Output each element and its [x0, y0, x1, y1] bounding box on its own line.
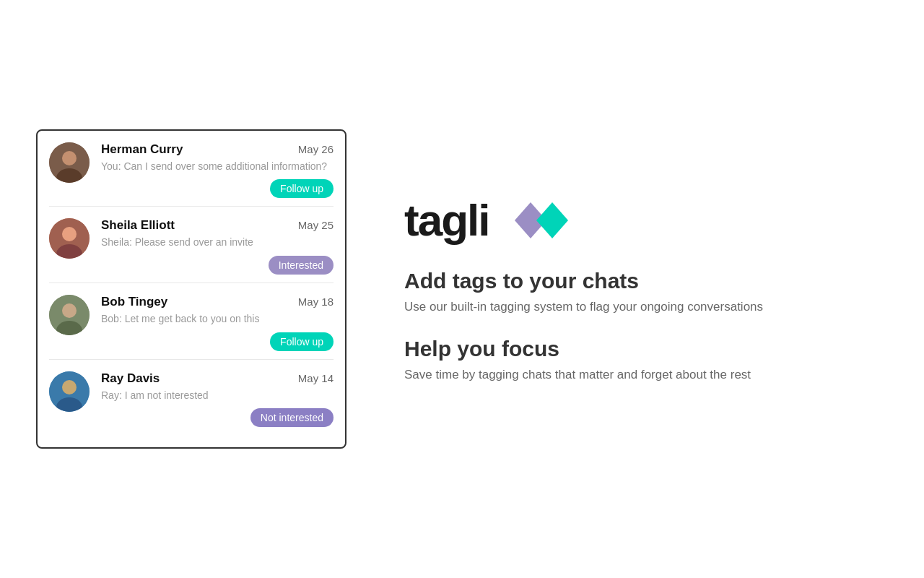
contact-name: Bob Tingey: [101, 295, 167, 309]
chat-tag-followup[interactable]: Follow up: [270, 179, 334, 198]
feature-title: Help you focus: [404, 337, 888, 361]
feature-help-focus: Help you focus Save time by tagging chat…: [404, 337, 888, 384]
avatar: [49, 295, 90, 335]
chat-tag-interested[interactable]: Interested: [269, 256, 334, 275]
chat-tag-followup[interactable]: Follow up: [270, 332, 334, 351]
chat-preview: You: Can I send over some additional inf…: [101, 160, 334, 174]
chat-tag-not-interested[interactable]: Not interested: [250, 408, 334, 427]
chat-item[interactable]: Herman Curry May 26 You: Can I send over…: [38, 131, 345, 207]
chat-header: Herman Curry May 26: [101, 142, 334, 157]
svg-point-4: [62, 227, 77, 241]
chat-date: May 18: [298, 296, 334, 308]
chat-item[interactable]: Ray Davis May 14 Ray: I am not intereste…: [38, 360, 345, 448]
contact-name: Ray Davis: [101, 371, 160, 386]
chat-item[interactable]: Bob Tingey May 18 Bob: Let me get back t…: [38, 283, 345, 360]
contact-name: Herman Curry: [101, 142, 183, 157]
chat-date: May 25: [298, 219, 334, 231]
chat-date: May 26: [298, 143, 334, 155]
avatar: [49, 371, 90, 412]
chat-header: Ray Davis May 14: [101, 371, 334, 386]
chat-preview: Bob: Let me get back to you on this: [101, 312, 334, 327]
avatar: [49, 218, 90, 259]
avatar: [49, 142, 90, 183]
chat-preview: Ray: I am not interested: [101, 389, 334, 403]
svg-point-7: [62, 303, 77, 318]
right-section: tagli Add tags to your chats Use our bui…: [404, 194, 888, 384]
svg-point-10: [62, 380, 77, 394]
svg-point-1: [62, 151, 77, 165]
chat-content: Ray Davis May 14 Ray: I am not intereste…: [101, 371, 334, 436]
chat-content: Herman Curry May 26 You: Can I send over…: [101, 142, 334, 207]
chat-item[interactable]: Sheila Elliott May 25 Sheila: Please sen…: [38, 207, 345, 283]
feature-title: Add tags to your chats: [404, 269, 888, 293]
chat-header: Bob Tingey May 18: [101, 295, 334, 309]
chat-content: Bob Tingey May 18 Bob: Let me get back t…: [101, 295, 334, 360]
logo-text: tagli: [404, 194, 489, 246]
feature-description: Use our built-in tagging system to flag …: [404, 298, 888, 316]
features: Add tags to your chats Use our built-in …: [404, 269, 888, 384]
chat-preview: Sheila: Please send over an invite: [101, 236, 334, 250]
logo-icon: [500, 195, 580, 246]
contact-name: Sheila Elliott: [101, 218, 175, 233]
logo-area: tagli: [404, 194, 888, 246]
feature-description: Save time by tagging chats that matter a…: [404, 366, 888, 384]
page-wrapper: Herman Curry May 26 You: Can I send over…: [36, 129, 888, 449]
chat-content: Sheila Elliott May 25 Sheila: Please sen…: [101, 218, 334, 283]
chat-header: Sheila Elliott May 25: [101, 218, 334, 233]
chat-panel: Herman Curry May 26 You: Can I send over…: [36, 129, 346, 449]
chat-date: May 14: [298, 372, 334, 384]
feature-add-tags: Add tags to your chats Use our built-in …: [404, 269, 888, 316]
